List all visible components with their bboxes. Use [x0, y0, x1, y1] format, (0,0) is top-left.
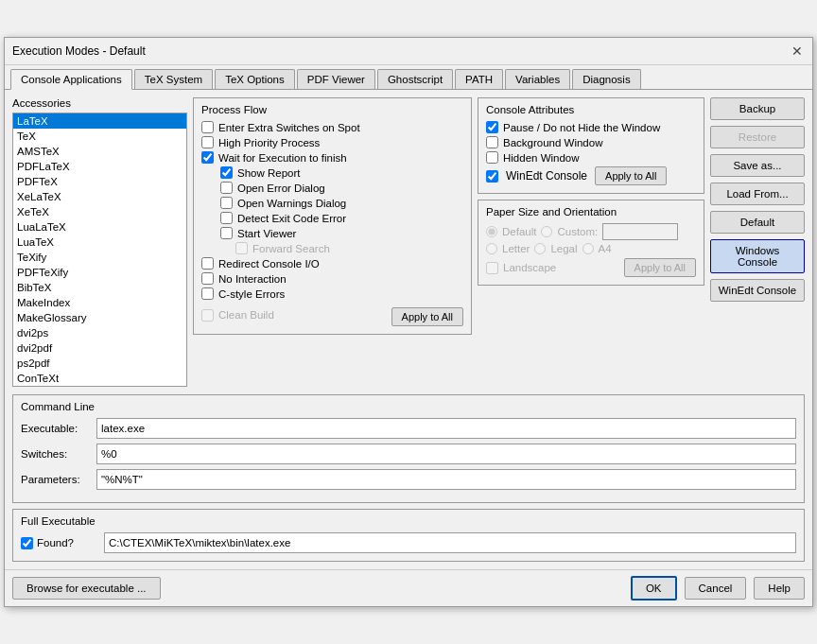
tab-diagnosis[interactable]: Diagnosis	[572, 69, 641, 89]
open-warnings-row: Open Warnings Dialog	[220, 197, 463, 209]
detect-exit-checkbox[interactable]	[220, 212, 233, 224]
process-flow-apply-all-button[interactable]: Apply to All	[391, 307, 463, 326]
wait-execution-checkbox[interactable]	[201, 151, 214, 164]
paper-letter-radio[interactable]	[486, 243, 497, 254]
list-item[interactable]: TeXify	[13, 250, 186, 265]
windows-console-button[interactable]: Windows Console	[710, 239, 805, 273]
high-priority-checkbox[interactable]	[201, 136, 214, 148]
console-attrs-apply-all-button[interactable]: Apply to All	[595, 166, 667, 185]
tab-ghostscript[interactable]: Ghostscript	[377, 69, 453, 89]
list-item[interactable]: XeLaTeX	[13, 189, 186, 204]
full-path-input[interactable]	[104, 532, 796, 553]
high-priority-label: High Priority Process	[218, 137, 320, 148]
list-item[interactable]: MakeGlossary	[13, 310, 186, 325]
list-item[interactable]: PDFTeXify	[13, 265, 186, 280]
list-item[interactable]: ConTeXt	[13, 371, 186, 386]
paper-legal-radio[interactable]	[534, 243, 546, 254]
paper-custom-input[interactable]	[602, 223, 678, 240]
command-line-title: Command Line	[21, 401, 796, 412]
restore-button[interactable]: Restore	[710, 126, 805, 148]
paper-size-apply-all-button[interactable]: Apply to All	[624, 258, 696, 277]
pause-hide-label: Pause / Do not Hide the Window	[503, 122, 660, 133]
background-window-checkbox[interactable]	[486, 136, 498, 148]
show-report-row: Show Report	[220, 166, 463, 179]
accessories-list[interactable]: LaTeXTeXAMSTeXPDFLaTeXPDFTeXXeLaTeXXeTeX…	[12, 113, 187, 387]
list-item[interactable]: BibTeX	[13, 280, 186, 295]
winedt-console-label: WinEdt Console	[506, 169, 587, 183]
winedt-console-button[interactable]: WinEdt Console	[710, 279, 805, 302]
paper-custom-radio[interactable]	[541, 226, 552, 237]
backup-button[interactable]: Backup	[710, 97, 805, 120]
load-from-button[interactable]: Load From...	[710, 183, 805, 205]
console-attrs-title: Console Attributes	[486, 104, 696, 115]
tab-tex-system[interactable]: TeX System	[134, 69, 213, 89]
detect-exit-label: Detect Exit Code Error	[237, 213, 346, 224]
list-item[interactable]: LuaTeX	[13, 235, 186, 250]
cancel-button[interactable]: Cancel	[685, 577, 747, 600]
detect-exit-row: Detect Exit Code Error	[220, 212, 463, 224]
start-viewer-checkbox[interactable]	[220, 227, 233, 239]
accessories-label: Accessories	[12, 97, 187, 109]
tab-pdf-viewer[interactable]: PDF Viewer	[297, 69, 375, 89]
save-as-button[interactable]: Save as...	[710, 154, 805, 177]
executable-label: Executable:	[21, 423, 96, 434]
window-title: Execution Modes - Default	[12, 44, 146, 58]
pause-hide-checkbox[interactable]	[486, 121, 498, 133]
hidden-window-checkbox[interactable]	[486, 151, 498, 164]
list-item[interactable]: XeTeX	[13, 204, 186, 219]
forward-search-label: Forward Search	[252, 243, 330, 254]
paper-size-box: Paper Size and Orientation Default Custo…	[478, 200, 704, 286]
clean-build-checkbox[interactable]	[201, 309, 214, 322]
tab-path[interactable]: PATH	[455, 69, 503, 89]
c-style-errors-checkbox[interactable]	[201, 287, 214, 300]
switches-input[interactable]	[96, 444, 796, 464]
found-checkbox-row: Found?	[21, 537, 96, 549]
paper-legal-label: Legal	[550, 243, 577, 254]
paper-size-title: Paper Size and Orientation	[486, 206, 696, 218]
paper-a4-label: A4	[599, 243, 612, 254]
c-style-errors-label: C-style Errors	[218, 288, 285, 300]
list-item[interactable]: MakeIndex	[13, 295, 186, 310]
open-warnings-checkbox[interactable]	[220, 197, 233, 209]
list-item[interactable]: AMSTeX	[13, 144, 186, 159]
list-item[interactable]: ps2pdf	[13, 356, 186, 371]
list-item[interactable]: PDFLaTeX	[13, 159, 186, 174]
list-item[interactable]: PDFTeX	[13, 174, 186, 189]
tab-console-applications[interactable]: Console Applications	[10, 69, 132, 90]
clean-build-label: Clean Build	[218, 309, 274, 321]
tab-tex-options[interactable]: TeX Options	[215, 69, 295, 89]
paper-a4-radio[interactable]	[582, 243, 594, 254]
start-viewer-row: Start Viewer	[220, 227, 463, 239]
landscape-checkbox[interactable]	[486, 262, 498, 274]
paper-default-label: Default	[502, 226, 536, 237]
ok-button[interactable]: OK	[631, 576, 677, 600]
no-interaction-checkbox[interactable]	[201, 272, 214, 285]
browse-executable-button[interactable]: Browse for executable ...	[12, 577, 161, 600]
list-item[interactable]: LuaLaTeX	[13, 219, 186, 235]
paper-custom-label: Custom:	[557, 226, 598, 237]
middle-panel: Process Flow Enter Extra Switches on Spo…	[193, 97, 472, 387]
list-item[interactable]: LaTeX	[13, 113, 186, 129]
redirect-console-checkbox[interactable]	[201, 257, 214, 270]
default-button[interactable]: Default	[710, 211, 805, 234]
close-button[interactable]: ✕	[790, 44, 805, 59]
executable-input[interactable]	[96, 418, 796, 439]
process-flow-title: Process Flow	[201, 104, 463, 115]
hidden-window-row: Hidden Window	[486, 151, 696, 164]
parameters-input[interactable]	[96, 469, 796, 490]
open-error-checkbox[interactable]	[220, 182, 233, 194]
no-interaction-label: No Interaction	[218, 273, 287, 285]
tab-variables[interactable]: Variables	[505, 69, 570, 89]
winedt-console-checkbox[interactable]	[486, 170, 498, 183]
found-checkbox[interactable]	[21, 537, 33, 549]
pause-hide-row: Pause / Do not Hide the Window	[486, 121, 696, 133]
show-report-checkbox[interactable]	[220, 166, 233, 179]
paper-default-radio[interactable]	[486, 226, 497, 237]
list-item[interactable]: dvi2pdf	[13, 340, 186, 356]
enter-extra-switches-checkbox[interactable]	[201, 121, 214, 133]
help-button[interactable]: Help	[754, 577, 805, 600]
paper-size-row2: Letter Legal A4	[486, 243, 696, 254]
list-item[interactable]: dvi2ps	[13, 325, 186, 340]
forward-search-checkbox[interactable]	[235, 242, 248, 254]
list-item[interactable]: TeX	[13, 129, 186, 144]
